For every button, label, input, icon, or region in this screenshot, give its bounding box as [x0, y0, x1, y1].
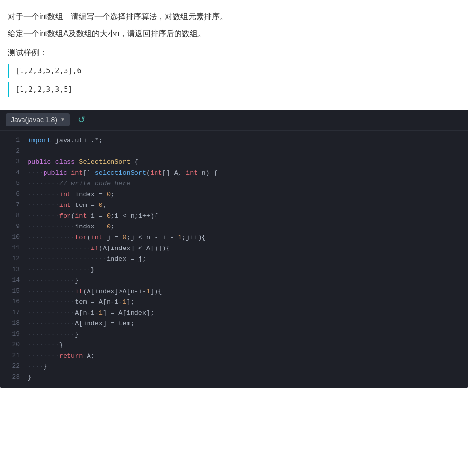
chevron-down-icon: ▼ [60, 117, 65, 122]
language-label: Java(javac 1.8) [11, 116, 57, 124]
code-line: 22 ····} [0, 362, 468, 372]
code-line: 12 ····················index = j; [0, 254, 468, 265]
code-line: 23 } [0, 372, 468, 383]
problem-description: 对于一个int数组，请编写一个选择排序算法，对数组元素排序。 给定一个int数组… [0, 0, 468, 106]
code-line: 1 import java.util.*; [0, 136, 468, 146]
problem-line2: 给定一个int数组A及数组的大小n，请返回排序后的数组。 [8, 27, 460, 40]
code-line: 4 ····public int[] selectionSort(int[] A… [0, 168, 468, 179]
code-line: 9 ············index = 0; [0, 222, 468, 232]
code-line: 10 ············for(int j = 0;j < n - i -… [0, 232, 468, 243]
code-line: 5 ········// write code here [0, 179, 468, 189]
code-line: 21 ········return A; [0, 351, 468, 362]
editor-toolbar: Java(javac 1.8) ▼ ↺ [0, 110, 468, 131]
code-line: 17 ············A[n-i-1] = A[index]; [0, 308, 468, 318]
code-line: 15 ············if(A[index]>A[n-i-1]){ [0, 286, 468, 297]
code-line: 7 ········int tem = 0; [0, 200, 468, 211]
code-line: 20 ········} [0, 340, 468, 351]
code-line: 3 public class SelectionSort { [0, 157, 468, 168]
code-line: 8 ········for(int i = 0;i < n;i++){ [0, 211, 468, 222]
code-editor-container: Java(javac 1.8) ▼ ↺ 1 import java.util.*… [0, 110, 468, 388]
code-line: 11 ················if(A[index] < A[j]){ [0, 243, 468, 254]
test-case-label: 测试样例： [8, 46, 460, 59]
code-line: 18 ············A[index] = tem; [0, 318, 468, 329]
code-editor[interactable]: 1 import java.util.*; 2 3 public class S… [0, 131, 468, 388]
test-output: [1,2,2,3,3,5] [8, 82, 460, 97]
reset-button[interactable]: ↺ [76, 113, 87, 126]
code-line: 13 ················} [0, 265, 468, 275]
language-selector[interactable]: Java(javac 1.8) ▼ [6, 113, 70, 126]
problem-line1: 对于一个int数组，请编写一个选择排序算法，对数组元素排序。 [8, 10, 460, 23]
reset-icon: ↺ [78, 114, 85, 125]
code-line: 14 ············} [0, 275, 468, 286]
code-line: 19 ············} [0, 329, 468, 340]
code-line: 16 ············tem = A[n-i-1]; [0, 297, 468, 308]
test-input: [1,2,3,5,2,3],6 [8, 64, 460, 78]
code-line: 2 [0, 146, 468, 157]
code-line: 6 ········int index = 0; [0, 189, 468, 200]
